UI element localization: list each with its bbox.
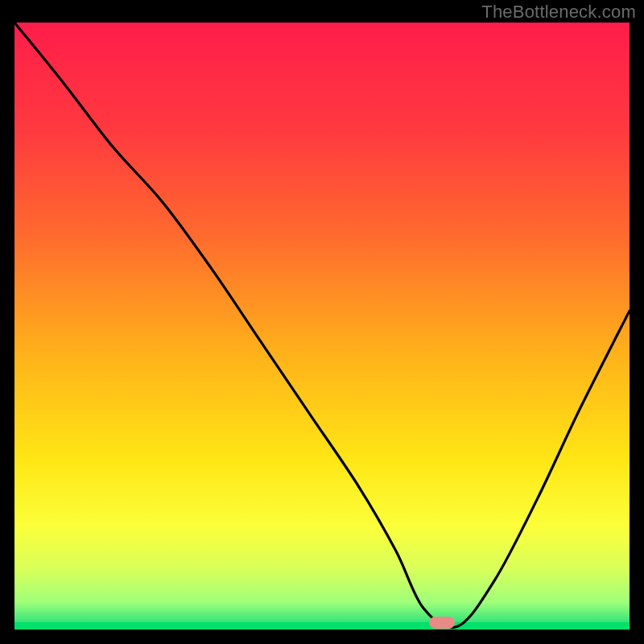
- chart-frame: TheBottleneck.com: [0, 0, 644, 644]
- optimal-marker: [430, 617, 454, 628]
- watermark-text: TheBottleneck.com: [481, 2, 636, 23]
- plot-area: [14, 23, 630, 630]
- curve-path: [14, 23, 630, 628]
- bottleneck-curve: [14, 23, 630, 630]
